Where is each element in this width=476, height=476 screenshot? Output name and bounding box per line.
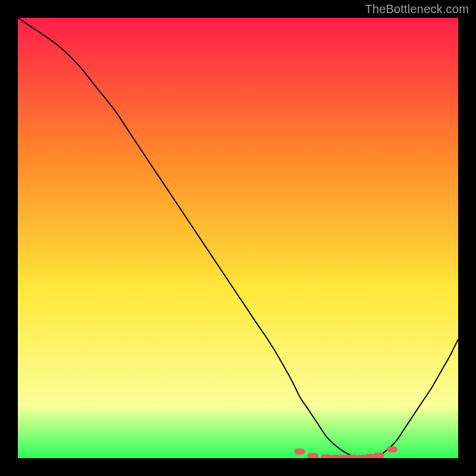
plot-area	[18, 18, 458, 458]
marker-dot	[374, 453, 384, 458]
attribution-text: TheBottleneck.com	[365, 2, 469, 16]
marker-dot	[295, 449, 305, 455]
marker-dot	[308, 453, 318, 458]
marker-dot	[387, 446, 397, 452]
chart-container: TheBottleneck.com	[0, 0, 476, 476]
gradient-bg	[18, 18, 458, 458]
chart-svg	[18, 18, 458, 458]
